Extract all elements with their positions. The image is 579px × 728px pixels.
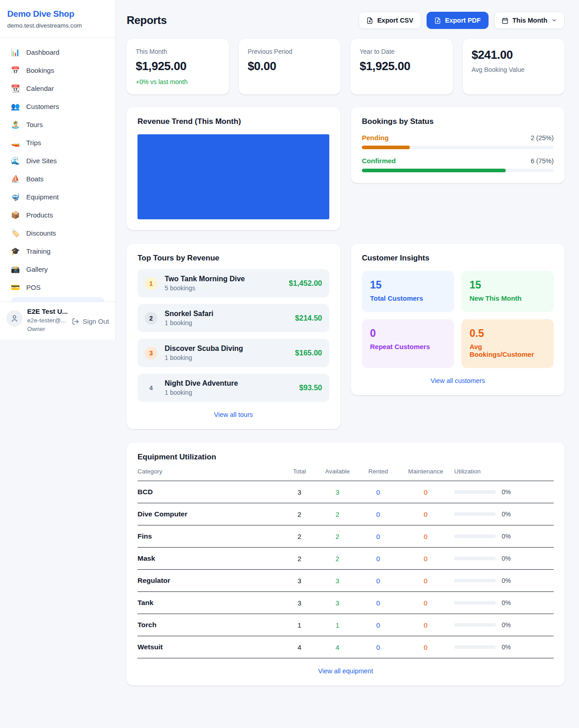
stat-card-avg-booking-value: $241.00 Avg Booking Value <box>463 39 565 95</box>
cell-category: Tank <box>138 599 283 607</box>
table-row: Wetsuit 4 4 0 0 0% <box>138 636 554 658</box>
table-row: Regulator 3 3 0 0 0% <box>138 570 554 592</box>
sidebar-item-discounts[interactable]: 🏷️ Discounts <box>5 225 110 241</box>
cell-available: 4 <box>316 643 359 651</box>
person-icon <box>10 314 19 322</box>
tour-amount: $1,452.00 <box>289 279 322 288</box>
sidebar-item-bookings[interactable]: 📅 Bookings <box>5 62 110 79</box>
tour-row: 3 Discover Scuba Diving 1 booking $165.0… <box>138 339 329 367</box>
tile-label: Avg Bookings/Customer <box>470 343 546 358</box>
tour-name: Night Dive Adventure <box>165 379 238 388</box>
export-csv-label: Export CSV <box>377 17 413 24</box>
sidebar-item-boats[interactable]: ⛵ Boats <box>5 170 110 187</box>
dive-sites-icon: 🌊 <box>11 157 20 165</box>
tour-name: Snorkel Safari <box>165 310 214 318</box>
table-row: Torch 1 1 0 0 0% <box>138 614 554 636</box>
sidebar-item-equipment[interactable]: 🤿 Equipment <box>5 189 110 205</box>
file-download-icon <box>434 17 441 24</box>
sidebar-item-label: Training <box>26 247 51 255</box>
stat-label: Previous Period <box>248 48 332 55</box>
progress-fill-confirmed <box>362 169 506 172</box>
cell-total: 3 <box>283 488 316 496</box>
view-all-tours-link[interactable]: View all tours <box>138 411 329 418</box>
sidebar-item-dashboard[interactable]: 📊 Dashboard <box>5 44 110 61</box>
cell-utilization: 0% <box>502 599 511 606</box>
stat-value: $1,925.00 <box>136 59 220 73</box>
cell-utilization: 0% <box>502 488 511 496</box>
cell-rented: 0 <box>359 511 397 518</box>
tour-amount: $165.00 <box>295 349 322 357</box>
sidebar-item-label: Trips <box>26 139 41 147</box>
sign-out-button[interactable]: Sign Out <box>72 317 109 325</box>
cell-category: Mask <box>138 554 283 563</box>
status-row-confirmed: Confirmed 6 (75%) <box>362 157 554 172</box>
sidebar-item-calendar[interactable]: 📆 Calendar <box>5 80 110 97</box>
status-count: 6 (75%) <box>531 157 554 165</box>
gallery-icon: 📸 <box>11 266 20 273</box>
cell-utilization: 0% <box>502 555 511 562</box>
page-title: Reports <box>127 14 167 27</box>
cell-available: 3 <box>316 488 359 496</box>
cell-category: Fins <box>138 532 283 540</box>
export-pdf-button[interactable]: Export PDF <box>427 12 489 29</box>
sidebar-item-gallery[interactable]: 📸 Gallery <box>5 261 110 278</box>
page-header: Reports Export CSV Export PDF This Month <box>127 12 565 29</box>
cell-utilization: 0% <box>502 621 511 629</box>
utilization-bar <box>454 557 496 560</box>
sidebar-item-pos[interactable]: 💳 POS <box>5 279 110 296</box>
equipment-utilization-title: Equipment Utilization <box>138 453 554 462</box>
insights-row: Top Tours by Revenue 1 Two Tank Morning … <box>127 244 565 429</box>
utilization-bar <box>454 601 496 605</box>
cell-total: 2 <box>283 533 316 540</box>
brand: Demo Dive Shop demo.test.divestreams.com <box>0 0 115 38</box>
cell-available: 2 <box>316 511 359 518</box>
tile-value: 0 <box>370 327 446 340</box>
file-download-icon <box>366 17 373 24</box>
top-tours-title: Top Tours by Revenue <box>138 254 329 263</box>
avatar <box>6 310 23 326</box>
column-header-rented: Rented <box>359 468 397 475</box>
tour-name: Two Tank Morning Dive <box>165 275 245 283</box>
revenue-trend-title: Revenue Trend (This Month) <box>138 117 329 126</box>
view-all-customers-link[interactable]: View all customers <box>362 377 554 384</box>
revenue-trend-card: Revenue Trend (This Month) <box>127 107 340 230</box>
sidebar-item-products[interactable]: 📦 Products <box>5 207 110 223</box>
insights-grid: 15 Total Customers 15 New This Month 0 R… <box>362 271 554 368</box>
bookings-icon: 📅 <box>11 67 20 74</box>
progress-track <box>362 146 554 149</box>
cell-category: Regulator <box>138 577 283 585</box>
logout-icon <box>72 318 79 325</box>
tour-row: 2 Snorkel Safari 1 booking $214.50 <box>138 304 329 332</box>
progress-track <box>362 169 554 172</box>
insight-tile-new-this-month: 15 New This Month <box>461 271 554 312</box>
brand-domain: demo.test.divestreams.com <box>7 22 108 29</box>
user-email: e2e-tester@... <box>27 317 67 324</box>
customer-insights-title: Customer Insights <box>362 254 554 263</box>
sidebar-item-trips[interactable]: 🚤 Trips <box>5 134 110 151</box>
period-dropdown[interactable]: This Month <box>494 12 565 29</box>
cell-maintenance: 0 <box>397 533 454 540</box>
sidebar-item-label: Gallery <box>26 265 48 273</box>
bookings-status-title: Bookings by Status <box>362 117 554 126</box>
sidebar-item-dive-sites[interactable]: 🌊 Dive Sites <box>5 152 110 169</box>
sidebar-item-reports-partial[interactable] <box>11 297 104 302</box>
sidebar-item-customers[interactable]: 👥 Customers <box>5 98 110 115</box>
export-csv-button[interactable]: Export CSV <box>359 12 421 29</box>
cell-available: 3 <box>316 599 359 607</box>
stat-card-previous-period: Previous Period $0.00 <box>239 39 341 95</box>
stat-card-this-month: This Month $1,925.00 +0% vs last month <box>127 39 229 95</box>
sidebar-item-training[interactable]: 🎓 Training <box>5 243 110 260</box>
cell-total: 3 <box>283 599 316 607</box>
rank-badge: 4 <box>145 382 157 394</box>
insight-tile-avg-bookings: 0.5 Avg Bookings/Customer <box>461 319 554 368</box>
tile-label: Repeat Customers <box>370 343 446 350</box>
view-all-equipment-link[interactable]: View all equipment <box>138 667 554 675</box>
cell-rented: 0 <box>359 643 397 651</box>
table-row: Fins 2 2 0 0 0% <box>138 525 554 548</box>
sidebar-item-tours[interactable]: 🏝️ Tours <box>5 116 110 133</box>
cell-utilization: 0% <box>502 511 511 518</box>
cell-utilization: 0% <box>502 643 511 651</box>
cell-maintenance: 0 <box>397 599 454 607</box>
tours-icon: 🏝️ <box>11 121 20 128</box>
stat-value: $0.00 <box>248 59 332 73</box>
